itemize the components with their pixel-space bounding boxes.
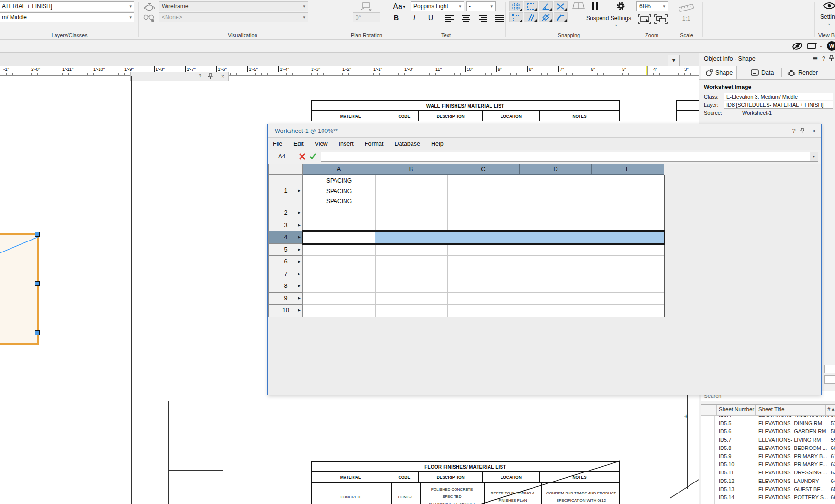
sheet-list-row[interactable]: ID5.10 ELEVATIONS- PRIMARY E... 62 [701, 460, 835, 469]
snap-angle-button[interactable] [539, 1, 553, 11]
tab-shape[interactable]: Shape [701, 66, 737, 79]
row-options-icon[interactable]: ▶ [298, 235, 301, 239]
worksheet-row[interactable]: 3 ▶ [268, 219, 664, 232]
select-all-corner[interactable] [268, 164, 303, 175]
row-cells[interactable] [303, 268, 664, 281]
row-header[interactable]: 10 ▶ [268, 305, 303, 317]
active-class-dropdown[interactable]: m/ Middle▾ [0, 12, 134, 22]
class-field[interactable]: E-Elevation 3. Medium/ Middle [724, 93, 833, 100]
chevron-down-icon[interactable]: ⌄ [827, 21, 831, 26]
row-options-icon[interactable]: ▶ [298, 189, 301, 193]
view-settings-label[interactable]: Settin [820, 13, 835, 20]
eye-icon[interactable] [823, 1, 835, 10]
render-mode-dropdown[interactable]: Wireframe▾ [159, 1, 308, 11]
column-sheet-title[interactable]: Sheet Title [758, 406, 784, 412]
row-header[interactable]: 1 ▶ [268, 175, 303, 207]
menu-item[interactable]: Insert [339, 141, 354, 147]
cancel-entry-icon[interactable] [299, 153, 306, 160]
worksheet-row[interactable]: 10 ▶ [268, 305, 664, 317]
chevron-down-icon[interactable]: ⌄ [819, 44, 823, 48]
column-header[interactable]: A [303, 164, 375, 175]
font-dropdown[interactable]: Poppins Light▾ [411, 1, 464, 11]
panel-help-icon[interactable]: ? [822, 55, 825, 62]
menu-item[interactable]: View [315, 141, 328, 147]
row-cells[interactable] [303, 293, 664, 305]
row-cells[interactable] [303, 207, 664, 219]
worksheet-row[interactable]: 5 ▶ [268, 244, 664, 256]
worksheet-row[interactable]: 8 ▶ [268, 280, 664, 293]
row-options-icon[interactable]: ▶ [298, 260, 301, 263]
saved-view-icon[interactable] [807, 43, 819, 50]
align-center-button[interactable] [462, 13, 470, 21]
snap-parallel-button[interactable] [524, 12, 538, 22]
column-header[interactable]: C [447, 164, 520, 175]
snap-intersection-button[interactable] [554, 1, 568, 11]
formula-input[interactable] [321, 152, 810, 162]
row-options-icon[interactable]: ▶ [298, 223, 301, 227]
align-left-button[interactable] [445, 13, 454, 21]
sheet-list-row[interactable]: ID5.11 ELEVATIONS- DRESSING ... 63 [701, 469, 835, 477]
snap-point-button[interactable] [509, 12, 523, 22]
sheet-list-row[interactable]: ID5.6 ELEVATIONS- GARDEN RM 58 [701, 427, 835, 436]
italic-button[interactable]: I [409, 12, 420, 23]
panel-pin-icon[interactable] [829, 55, 834, 61]
row-header[interactable]: 2 ▶ [268, 207, 303, 219]
hide-detail-icon[interactable] [792, 42, 802, 50]
fit-objects-icon[interactable] [637, 14, 652, 24]
view-pane-menu-button[interactable]: ▼ [668, 55, 680, 66]
row-cells[interactable] [303, 280, 664, 293]
sheet-list-row[interactable]: ID5.4 EL EVATIONS- MUDROOM ... 56 [701, 416, 835, 419]
menu-item[interactable]: Format [365, 141, 384, 147]
row-header[interactable]: 3 ▶ [268, 219, 303, 232]
tab-render[interactable]: Render [783, 66, 822, 79]
sheet-list-row[interactable]: ID5.5 ELEVATIONS- DINING RM 57 [701, 419, 835, 427]
row-header[interactable]: 9 ▶ [268, 293, 303, 305]
worksheet-help-button[interactable]: ? [790, 127, 798, 134]
row-cells[interactable] [303, 219, 664, 232]
worksheet-titlebar[interactable]: Worksheet-1 @ 100%** ? × [268, 124, 821, 138]
sheet-list-row[interactable]: ID5.7 ELEVATIONS- LIVING RM 59 [701, 436, 835, 444]
floating-palette-titlebar[interactable]: ? × [130, 72, 229, 81]
row-header[interactable]: 6 ▶ [268, 256, 303, 268]
snap-tangent-button[interactable] [554, 12, 568, 22]
underline-button[interactable]: U [425, 12, 436, 23]
row-options-icon[interactable]: ▶ [298, 296, 301, 300]
snap-object-button[interactable] [524, 1, 538, 11]
sheet-list-row[interactable]: ID5.9 ELEVATIONS- PRIMARY B... 61 [701, 452, 835, 460]
plan-rotation-angle-field[interactable]: 0° [353, 12, 380, 22]
selection-handle[interactable] [35, 330, 40, 335]
worksheet-grid[interactable]: ABCDE 1 ▶ 2 ▶ [268, 164, 665, 318]
chevron-down-icon[interactable]: ⌄ [614, 22, 618, 27]
snap-grid-button[interactable] [509, 1, 523, 11]
row-header[interactable]: 8 ▶ [268, 280, 303, 293]
worksheet-row[interactable]: 9 ▶ [268, 293, 664, 305]
worksheet-close-button[interactable]: × [810, 127, 818, 135]
column-header[interactable]: D [520, 164, 592, 175]
row-options-icon[interactable]: ▶ [298, 272, 301, 276]
formula-history-dropdown[interactable]: ▾ [810, 152, 818, 162]
selected-row-range[interactable] [302, 230, 665, 245]
sheet-list-row[interactable]: ID5.13 ELEVATIONS- GUEST BE... 65 [701, 485, 835, 493]
column-header[interactable]: E [592, 164, 664, 175]
font-size-dropdown[interactable]: -▾ [466, 1, 496, 11]
row-header[interactable]: 7 ▶ [268, 268, 303, 281]
accept-entry-icon[interactable] [309, 153, 317, 160]
layer-field[interactable]: ID8 [SCHEDULES- MATERIAL + FINISH] [724, 101, 833, 109]
sheet-list-header[interactable]: Sheet Number Sheet Title # ▲ [701, 405, 835, 416]
column-sheet-number[interactable]: Sheet Number [719, 406, 754, 412]
sheet-list-row[interactable]: ID5.12 ELEVATIONS- LAUNDRY 64 [701, 477, 835, 485]
selection-handle[interactable] [35, 232, 40, 237]
menu-item[interactable]: Database [394, 141, 420, 147]
row-options-icon[interactable]: ▶ [298, 248, 301, 252]
row-cells[interactable] [303, 305, 664, 317]
menu-item[interactable]: Edit [293, 141, 304, 147]
worksheet-row[interactable]: 7 ▶ [268, 268, 664, 281]
worksheet-row[interactable]: 2 ▶ [268, 207, 664, 219]
sheet-list-row[interactable]: ID5.8 ELEVATIONS- BEDROOM ... 60 [701, 444, 835, 452]
fit-selection-icon[interactable] [654, 14, 668, 24]
worksheet-window[interactable]: Worksheet-1 @ 100%** ? × FileEditViewIns… [267, 124, 822, 395]
selection-handle[interactable] [35, 281, 40, 286]
sheet-list-row[interactable]: ID5.14 ELEVATIONS- POTTERY S... 66 [701, 493, 835, 502]
palette-close-button[interactable]: × [221, 73, 224, 80]
column-header[interactable]: B [375, 164, 447, 175]
